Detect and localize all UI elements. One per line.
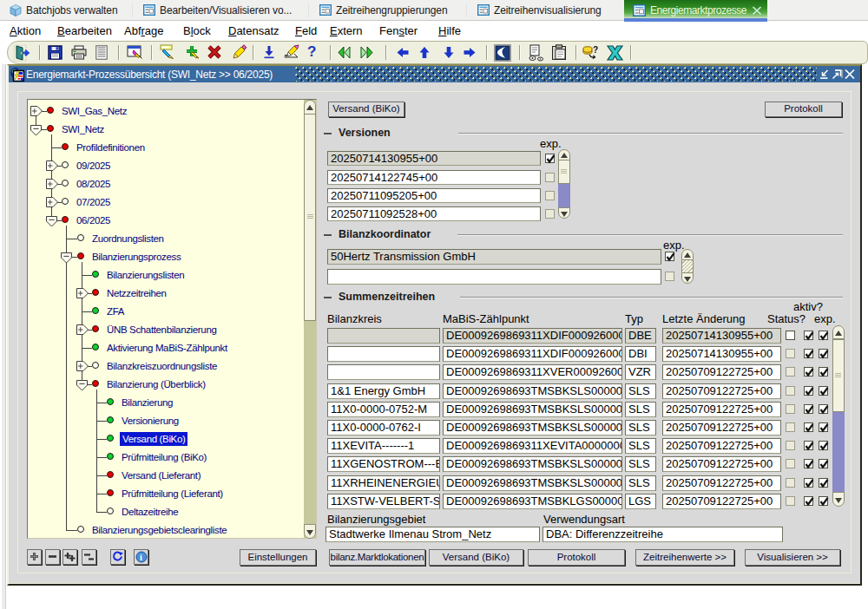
svg-text:i: i: [140, 553, 142, 562]
svg-text:?: ?: [593, 45, 598, 55]
